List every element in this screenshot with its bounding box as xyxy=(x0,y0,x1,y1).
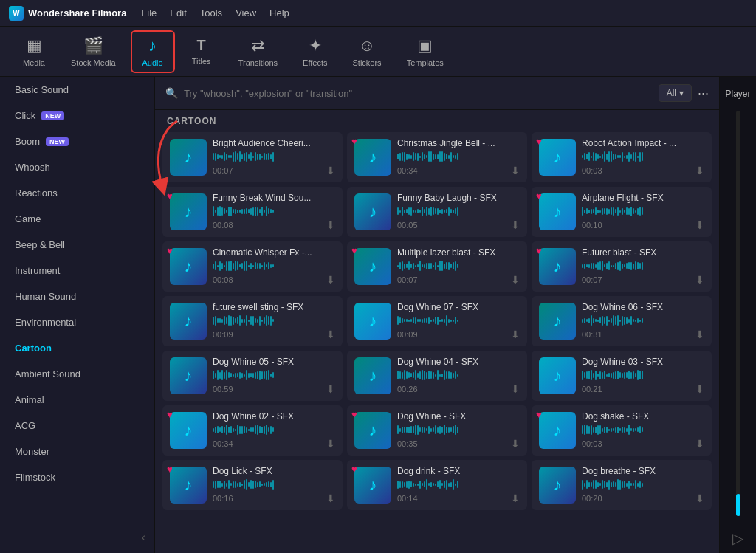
download-button[interactable]: ⬇ xyxy=(695,438,704,450)
sidebar-item-basic-sound[interactable]: Basic Sound xyxy=(0,77,154,103)
sidebar-collapse-button[interactable]: ‹ xyxy=(0,522,154,553)
audio-card[interactable]: ♥♪Dog Lick - SFX00:16⬇ xyxy=(162,460,343,510)
sidebar-item-click[interactable]: Click NEW xyxy=(0,103,154,128)
sidebar-item-monster[interactable]: Monster xyxy=(0,439,154,464)
audio-thumbnail: ♪ xyxy=(354,193,391,230)
menu-file[interactable]: File xyxy=(141,7,157,18)
download-button[interactable]: ⬇ xyxy=(511,329,520,340)
download-button[interactable]: ⬇ xyxy=(695,219,704,231)
audio-card[interactable]: ♥♪Dog drink - SFX00:14⬇ xyxy=(347,460,527,510)
download-button[interactable]: ⬇ xyxy=(511,274,520,286)
player-scrollbar[interactable] xyxy=(736,111,740,516)
sidebar-item-human-sound[interactable]: Human Sound xyxy=(0,284,154,309)
download-button[interactable]: ⬇ xyxy=(695,383,704,395)
favorite-icon: ♥ xyxy=(351,409,357,420)
sidebar-item-animal[interactable]: Animal xyxy=(0,387,154,413)
toolbar-templates[interactable]: ▣ Templates xyxy=(396,32,454,72)
music-note-icon: ♪ xyxy=(554,421,562,440)
audio-card[interactable]: ♪future swell sting - SFX00:09⬇ xyxy=(162,296,343,346)
audio-info: Dog shake - SFX00:03⬇ xyxy=(582,411,704,450)
audio-card[interactable]: ♥♪Dog Whine - SFX00:35⬇ xyxy=(347,405,527,456)
filter-button[interactable]: All ▾ xyxy=(659,84,692,102)
sidebar-item-environmental[interactable]: Environmental xyxy=(0,309,154,335)
audio-card[interactable]: ♪Dog Whine 06 - SFX00:31⬇ xyxy=(532,296,712,346)
toolbar-media[interactable]: ▦ Media xyxy=(12,32,56,72)
download-button[interactable]: ⬇ xyxy=(695,329,704,340)
audio-meta: 00:10⬇ xyxy=(582,219,704,231)
download-button[interactable]: ⬇ xyxy=(511,438,520,450)
sidebar-item-acg[interactable]: ACG xyxy=(0,413,154,439)
download-button[interactable]: ⬇ xyxy=(695,165,704,176)
more-options-button[interactable]: ··· xyxy=(698,86,709,101)
menu-view[interactable]: View xyxy=(236,7,256,18)
player-scrollbar-thumb xyxy=(736,494,740,516)
toolbar-titles[interactable]: T Titles xyxy=(179,32,224,70)
menu-edit[interactable]: Edit xyxy=(170,7,186,18)
audio-duration: 00:16 xyxy=(213,494,233,503)
audio-card[interactable]: ♥♪Futurer blast - SFX00:07⬇ xyxy=(532,241,712,292)
audio-card[interactable]: ♥♪Airplane Flight - SFX00:10⬇ xyxy=(532,187,712,237)
waveform xyxy=(397,478,520,490)
sidebar-item-reactions[interactable]: Reactions xyxy=(0,180,154,206)
audio-card[interactable]: ♪Dog Whine 03 - SFX00:21⬇ xyxy=(532,351,712,401)
audio-card[interactable]: ♥♪Robot Action Impact - ...00:03⬇ xyxy=(532,132,712,182)
download-button[interactable]: ⬇ xyxy=(695,492,704,504)
download-button[interactable]: ⬇ xyxy=(511,219,520,231)
audio-card[interactable]: ♥♪Multiple lazer blast - SFX00:07⬇ xyxy=(347,241,527,292)
audio-card[interactable]: ♪Dog Whine 04 - SFX00:26⬇ xyxy=(347,351,527,401)
menu-tools[interactable]: Tools xyxy=(200,7,222,18)
sidebar-item-instrument[interactable]: Instrument xyxy=(0,258,154,284)
audio-card[interactable]: ♪Dog Whine 05 - SFX00:59⬇ xyxy=(162,351,343,401)
audio-card[interactable]: ♪Dog Whine 07 - SFX00:09⬇ xyxy=(347,296,527,346)
sidebar-item-game[interactable]: Game xyxy=(0,206,154,232)
audio-thumbnail: ♪ xyxy=(170,303,207,340)
download-button[interactable]: ⬇ xyxy=(326,329,335,340)
toolbar-effects[interactable]: ✦ Effects xyxy=(292,32,337,72)
audio-card[interactable]: ♥♪Cinematic Whisper Fx -...00:08⬇ xyxy=(162,241,343,292)
toolbar-transitions[interactable]: ⇄ Transitions xyxy=(228,32,288,72)
download-button[interactable]: ⬇ xyxy=(326,383,335,395)
audio-card[interactable]: ♪Dog breathe - SFX00:20⬇ xyxy=(532,460,712,510)
search-input[interactable] xyxy=(184,88,653,99)
audio-card[interactable]: ♪Funny Baby Laugh - SFX00:05⬇ xyxy=(347,187,527,237)
download-button[interactable]: ⬇ xyxy=(326,438,335,450)
download-button[interactable]: ⬇ xyxy=(695,274,704,286)
audio-title: Dog Whine 04 - SFX xyxy=(397,357,520,367)
audio-meta: 00:26⬇ xyxy=(397,383,520,395)
favorite-icon: ♥ xyxy=(536,245,542,256)
audio-duration: 00:34 xyxy=(397,166,418,175)
download-button[interactable]: ⬇ xyxy=(326,165,335,176)
music-note-icon: ♪ xyxy=(369,202,377,221)
sidebar-item-cartoon[interactable]: Cartoon xyxy=(0,335,154,361)
audio-row: ♪Bright Audience Cheeri...00:07⬇♥♪Christ… xyxy=(162,132,712,182)
download-button[interactable]: ⬇ xyxy=(511,383,520,395)
audio-card[interactable]: ♥♪Christmas Jingle Bell - ...00:34⬇ xyxy=(347,132,527,182)
toolbar-stickers[interactable]: ☺ Stickers xyxy=(343,32,392,72)
sidebar-item-whoosh[interactable]: Whoosh xyxy=(0,154,154,180)
music-note-icon: ♪ xyxy=(369,366,377,385)
download-button[interactable]: ⬇ xyxy=(511,165,520,176)
audio-row: ♥♪Funny Break Wind Sou...00:08⬇♪Funny Ba… xyxy=(162,187,712,237)
menu-help[interactable]: Help xyxy=(269,7,289,18)
sidebar-item-filmstock[interactable]: Filmstock xyxy=(0,464,154,490)
sidebar-item-ambient-sound[interactable]: Ambient Sound xyxy=(0,361,154,387)
download-button[interactable]: ⬇ xyxy=(326,274,335,286)
audio-duration: 00:08 xyxy=(213,275,233,284)
player-arrow-icon[interactable]: ▷ xyxy=(726,523,749,553)
audio-card[interactable]: ♥♪Funny Break Wind Sou...00:08⬇ xyxy=(162,187,343,237)
audio-card[interactable]: ♥♪Dog Whine 02 - SFX00:34⬇ xyxy=(162,405,343,456)
sidebar-item-beep-bell[interactable]: Beep & Bell xyxy=(0,232,154,258)
audio-meta: 00:05⬇ xyxy=(397,219,520,231)
audio-card[interactable]: ♥♪Dog shake - SFX00:03⬇ xyxy=(532,405,712,456)
music-note-icon: ♪ xyxy=(185,312,193,331)
chevron-down-icon: ▾ xyxy=(679,88,684,98)
toolbar-audio[interactable]: ♪ Audio xyxy=(131,30,175,73)
download-button[interactable]: ⬇ xyxy=(326,492,335,504)
audio-title: Dog Whine 05 - SFX xyxy=(213,357,335,367)
toolbar-stock-media[interactable]: 🎬 Stock Media xyxy=(61,32,126,72)
audio-card[interactable]: ♪Bright Audience Cheeri...00:07⬇ xyxy=(162,132,343,182)
sidebar-item-boom[interactable]: Boom NEW xyxy=(0,128,154,154)
download-button[interactable]: ⬇ xyxy=(511,492,520,504)
download-button[interactable]: ⬇ xyxy=(326,219,335,231)
waveform xyxy=(213,205,335,217)
